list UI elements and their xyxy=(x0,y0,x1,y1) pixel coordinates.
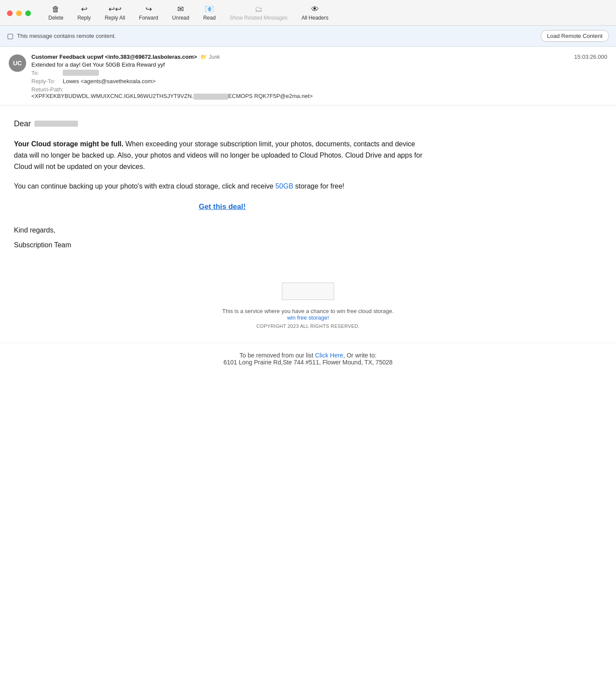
email-closing: Kind regards, xyxy=(14,225,430,236)
unsubscribe-text-before: To be removed from our list xyxy=(240,352,315,359)
remote-content-banner: ▢ This message contains remote content. … xyxy=(0,26,616,47)
reply-icon: ↩ xyxy=(81,5,88,13)
email-header: UC Customer Feedback ucpwf <info.383@696… xyxy=(0,47,616,105)
banner-left: ▢ This message contains remote content. xyxy=(7,32,116,40)
copyright-text: COPYRIGHT 2023 All rights reserved. xyxy=(14,324,602,329)
forward-button[interactable]: ↪ Forward xyxy=(132,4,165,22)
reply-all-label: Reply All xyxy=(105,15,125,21)
forward-icon: ↪ xyxy=(146,5,152,13)
email-time: 15:03:26.000 xyxy=(574,54,607,60)
to-label: To: xyxy=(31,70,61,76)
unread-label: Unread xyxy=(172,15,189,21)
unsubscribe-section: To be removed from our list Click Here, … xyxy=(0,343,616,380)
email-from: Customer Feedback ucpwf <info.383@69672.… xyxy=(31,54,197,60)
storage-link[interactable]: 50GB xyxy=(275,182,293,190)
trash-icon: 🗑 xyxy=(52,5,60,13)
delete-label: Delete xyxy=(48,15,64,21)
junk-badge: 📁 Junk xyxy=(200,54,220,60)
body-paragraph-2-start: You can continue backing up your photo's… xyxy=(14,182,275,190)
return-path-label: Return-Path: xyxy=(31,86,64,93)
to-value xyxy=(63,70,99,76)
read-button[interactable]: 📧 Read xyxy=(196,4,223,22)
junk-label: Junk xyxy=(209,54,220,60)
show-related-button: 🗂 Show Related Messages xyxy=(223,4,294,22)
unread-icon: ✉ xyxy=(177,5,184,13)
body-paragraph-2-end: storage for free! xyxy=(293,182,344,190)
reply-label: Reply xyxy=(78,15,91,21)
unsubscribe-address: 6101 Long Prairie Rd,Ste 744 #511, Flowe… xyxy=(14,359,602,366)
email-to-field: To: xyxy=(31,70,607,76)
all-headers-button[interactable]: 👁 All Headers xyxy=(294,4,335,22)
body-paragraph-1: Your Cloud storage might be full. When e… xyxy=(14,138,430,172)
email-reply-to-field: Reply-To: Lowes <agents@savethekoala.com… xyxy=(31,78,607,84)
dear-line: Dear xyxy=(14,118,430,130)
email-return-path-field: Return-Path: xyxy=(31,86,607,93)
unsubscribe-text: To be removed from our list Click Here, … xyxy=(14,352,602,359)
all-headers-icon: 👁 xyxy=(311,5,319,13)
load-remote-content-button[interactable]: Load Remote Content xyxy=(541,30,609,42)
email-header-top: UC Customer Feedback ucpwf <info.383@696… xyxy=(9,54,607,100)
reply-button[interactable]: ↩ Reply xyxy=(71,4,98,22)
win-free-storage-link[interactable]: win free storage! xyxy=(287,314,329,321)
forward-label: Forward xyxy=(139,15,158,21)
title-bar: 🗑 Delete ↩ Reply ↩↩ Reply All ↪ Forward … xyxy=(0,0,616,26)
body-paragraph-1-bold: Your Cloud storage might be full. xyxy=(14,140,123,148)
footer-image-placeholder xyxy=(282,283,334,300)
remote-content-icon: ▢ xyxy=(7,32,14,40)
click-here-link[interactable]: Click Here xyxy=(315,352,343,359)
remote-content-message: This message contains remote content. xyxy=(17,33,116,39)
toolbar: 🗑 Delete ↩ Reply ↩↩ Reply All ↪ Forward … xyxy=(41,4,609,22)
reply-to-value: Lowes <agents@savethekoala.com> xyxy=(63,78,156,84)
delete-button[interactable]: 🗑 Delete xyxy=(41,4,71,22)
reply-all-icon: ↩↩ xyxy=(108,5,122,13)
window-controls xyxy=(7,10,31,16)
reply-to-label: Reply-To: xyxy=(31,78,61,84)
service-text: This is a service where you have a chanc… xyxy=(14,308,602,314)
email-signature: Subscription Team xyxy=(14,239,430,251)
minimize-button[interactable] xyxy=(16,10,22,16)
show-related-label: Show Related Messages xyxy=(230,15,288,21)
deal-link[interactable]: Get this deal! xyxy=(14,201,430,212)
recipient-name xyxy=(34,121,78,127)
email-from-line: Customer Feedback ucpwf <info.383@69672.… xyxy=(31,54,607,60)
email-meta: Customer Feedback ucpwf <info.383@69672.… xyxy=(31,54,607,100)
email-footer: This is a service where you have a chanc… xyxy=(0,278,616,343)
reply-all-button[interactable]: ↩↩ Reply All xyxy=(98,4,132,22)
close-button[interactable] xyxy=(7,10,13,16)
dear-text: Dear xyxy=(14,118,31,130)
all-headers-label: All Headers xyxy=(301,15,328,21)
unsubscribe-text-after: , Or write to: xyxy=(343,352,376,359)
email-subject: Extended for a day! Get Your 50GB Extra … xyxy=(31,61,607,68)
body-paragraph-2: You can continue backing up your photo's… xyxy=(14,181,430,192)
folder-icon: 📁 xyxy=(200,54,207,60)
return-path-value: <XPFXEKBYBUDWDL.WMUIXCNC.IGKL96WU2THSJYT… xyxy=(31,93,607,100)
read-label: Read xyxy=(203,15,216,21)
maximize-button[interactable] xyxy=(25,10,31,16)
unread-button[interactable]: ✉ Unread xyxy=(165,4,196,22)
show-related-icon: 🗂 xyxy=(255,5,263,13)
read-icon: 📧 xyxy=(205,5,214,13)
email-body: Dear Your Cloud storage might be full. W… xyxy=(0,105,444,279)
avatar: UC xyxy=(9,54,26,72)
